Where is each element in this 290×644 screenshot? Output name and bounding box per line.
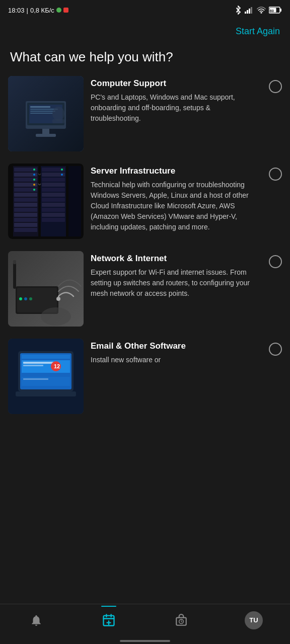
header: Start Again <box>0 18 290 43</box>
option-content-network: Network & Internet Expert support for Wi… <box>91 251 282 299</box>
svg-rect-36 <box>14 223 37 227</box>
data-speed: 0,8 КБ/с <box>30 7 54 14</box>
svg-text:12: 12 <box>54 363 60 369</box>
calendar-plus-icon <box>102 613 116 627</box>
network-indicator <box>56 8 61 13</box>
bag-clock-icon <box>175 614 188 627</box>
svg-text:60: 60 <box>270 9 274 13</box>
svg-point-51 <box>33 179 35 181</box>
svg-rect-73 <box>23 365 43 366</box>
page-title: What can we help you with? <box>0 43 290 76</box>
status-right: 60 <box>235 6 282 15</box>
nav-item-history[interactable] <box>164 606 199 634</box>
svg-rect-20 <box>52 119 64 123</box>
option-desc-network: Expert support for Wi-Fi and internet is… <box>91 267 262 299</box>
svg-rect-44 <box>42 198 65 202</box>
bottom-navigation: TU <box>0 604 290 644</box>
svg-rect-46 <box>42 208 65 212</box>
svg-point-63 <box>41 307 71 326</box>
option-thumbnail-email: 12 <box>8 339 84 414</box>
option-thumbnail-server <box>8 164 84 239</box>
svg-point-49 <box>33 169 35 171</box>
svg-rect-70 <box>22 355 70 359</box>
option-title-email: Email & Other Software <box>91 341 262 352</box>
option-content-computer: Computer Support PC's and Laptops, Windo… <box>91 76 282 124</box>
svg-rect-24 <box>68 166 81 236</box>
svg-rect-32 <box>14 203 37 207</box>
signal-icon <box>245 7 254 14</box>
svg-rect-3 <box>251 7 252 14</box>
svg-rect-40 <box>42 178 65 182</box>
option-computer-support[interactable]: Computer Support PC's and Laptops, Windo… <box>8 76 282 151</box>
avatar[interactable]: TU <box>245 611 263 629</box>
svg-point-52 <box>33 184 35 186</box>
home-indicator <box>120 640 170 642</box>
active-indicator <box>101 606 116 607</box>
svg-point-54 <box>61 169 63 171</box>
svg-point-19 <box>52 107 64 121</box>
svg-rect-72 <box>23 362 53 364</box>
svg-rect-1 <box>247 10 248 14</box>
nav-item-profile[interactable]: TU <box>236 606 271 634</box>
bell-icon <box>30 614 43 627</box>
svg-rect-41 <box>42 183 65 187</box>
bluetooth-icon <box>235 6 242 15</box>
svg-point-65 <box>24 297 27 300</box>
svg-rect-35 <box>14 218 37 222</box>
svg-rect-13 <box>30 106 50 108</box>
svg-rect-77 <box>16 391 76 396</box>
option-desc-computer: PC's and Laptops, Windows and Mac suppor… <box>91 92 262 124</box>
separator: | <box>27 7 28 14</box>
option-thumbnail-computer <box>8 76 84 151</box>
svg-point-53 <box>33 189 35 191</box>
svg-rect-2 <box>249 9 250 14</box>
svg-rect-48 <box>42 218 65 222</box>
nav-item-calendar[interactable] <box>91 606 126 634</box>
svg-rect-37 <box>14 228 37 232</box>
options-list: Computer Support PC's and Laptops, Windo… <box>0 76 290 414</box>
start-again-button[interactable]: Start Again <box>236 24 280 39</box>
option-radio-email[interactable] <box>269 343 282 356</box>
wifi-icon <box>257 7 266 14</box>
battery-icon: 60 <box>269 7 282 14</box>
nav-item-notifications[interactable] <box>19 606 54 634</box>
svg-rect-17 <box>42 129 49 134</box>
svg-point-50 <box>33 174 35 176</box>
svg-rect-16 <box>30 113 53 114</box>
svg-rect-61 <box>13 260 16 264</box>
option-radio-server[interactable] <box>269 168 282 181</box>
svg-rect-0 <box>245 12 246 14</box>
option-desc-server: Technical help with configuring or troub… <box>91 180 262 232</box>
option-radio-computer[interactable] <box>269 80 282 93</box>
svg-rect-75 <box>22 377 70 386</box>
svg-rect-18 <box>36 134 56 137</box>
option-title-computer: Computer Support <box>91 78 262 89</box>
svg-point-66 <box>29 297 32 300</box>
svg-point-55 <box>61 174 63 176</box>
option-server-infrastructure[interactable]: Server Infrastructure Technical help wit… <box>8 164 282 239</box>
option-content-server: Server Infrastructure Technical help wit… <box>91 164 282 232</box>
recording-indicator <box>63 8 68 13</box>
svg-rect-76 <box>23 378 48 380</box>
svg-rect-30 <box>14 193 37 197</box>
svg-point-62 <box>56 297 60 301</box>
option-title-network: Network & Internet <box>91 253 262 264</box>
option-desc-email: Install new software or <box>91 355 262 365</box>
svg-rect-45 <box>42 203 65 207</box>
option-email-other[interactable]: 12 Email & Other Software Install new so… <box>8 339 282 414</box>
option-thumbnail-network <box>8 251 84 327</box>
avatar-initials: TU <box>249 616 258 624</box>
svg-point-64 <box>19 297 22 300</box>
status-left: 18:03 | 0,8 КБ/с <box>8 7 68 14</box>
svg-rect-60 <box>13 261 16 289</box>
svg-rect-33 <box>14 208 37 212</box>
svg-rect-5 <box>280 9 281 12</box>
option-radio-network[interactable] <box>269 255 282 268</box>
option-title-server: Server Infrastructure <box>91 166 262 177</box>
option-network-internet[interactable]: Network & Internet Expert support for Wi… <box>8 251 282 327</box>
svg-rect-15 <box>30 111 55 112</box>
svg-rect-47 <box>42 213 65 217</box>
status-bar: 18:03 | 0,8 КБ/с <box>0 0 290 18</box>
svg-rect-74 <box>22 374 70 375</box>
option-content-email: Email & Other Software Install new softw… <box>91 339 282 365</box>
